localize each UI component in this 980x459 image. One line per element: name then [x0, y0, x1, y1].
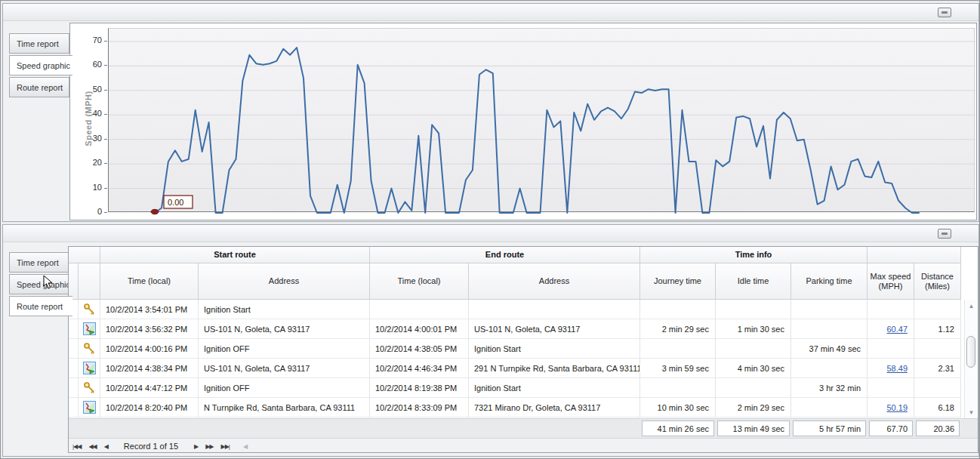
y-tick-label: 40: [79, 109, 102, 118]
first-record-button[interactable]: |◀◀: [69, 443, 85, 450]
tab-speed-graphic[interactable]: Speed graphic: [9, 55, 72, 75]
y-tick-mark: [104, 41, 107, 42]
max-speed-link[interactable]: 50.19: [886, 403, 908, 412]
report-tabs: Time report Speed graphic Route report: [9, 33, 74, 99]
next-page-button[interactable]: ▶▶: [202, 443, 217, 450]
table-cell-start-time: 10/2/2014 3:56:32 PM: [100, 319, 199, 339]
table-row[interactable]: 10/2/2014 3:56:32 PMUS-101 N, Goleta, CA…: [69, 319, 961, 339]
table-cell-parking-time: [791, 300, 868, 319]
y-tick-label: 60: [79, 60, 102, 69]
table-cell-journey-time: [640, 378, 716, 398]
y-tick-mark: [104, 139, 107, 140]
table-cell-journey-time: [640, 300, 716, 319]
column-group-header-empty[interactable]: [69, 247, 100, 263]
table-cell-max-speed: 60.47: [868, 319, 914, 339]
tab-speed-graphic[interactable]: Speed graphic: [9, 274, 69, 294]
row-indicator-cell: [69, 359, 79, 378]
table-cell-parking-time: [791, 319, 868, 339]
table-cell-end-time: 10/2/2014 8:19:38 PM: [370, 378, 469, 398]
table-cell-idle-time: [716, 378, 791, 398]
column-header-empty[interactable]: [79, 263, 100, 300]
route-map-icon: [83, 362, 96, 374]
y-tick-label: 10: [79, 183, 102, 192]
table-cell-start-address: US-101 N, Goleta, CA 93117: [199, 359, 370, 378]
route-report-grid: Start routeEnd routeTime info Time (loca…: [68, 246, 978, 453]
column-header[interactable]: Distance (Miles): [914, 263, 961, 300]
tab-time-report[interactable]: Time report: [9, 252, 69, 273]
table-cell-max-speed: 58.49: [868, 359, 914, 378]
table-cell-start-address: US-101 N, Goleta, CA 93117: [199, 319, 370, 339]
column-group-header[interactable]: End route: [370, 247, 640, 263]
chart-plot-area: 0.00: [108, 28, 975, 212]
column-header[interactable]: Time (local): [100, 263, 199, 300]
collapse-panel-button[interactable]: [938, 8, 951, 17]
next-record-button[interactable]: ▶: [190, 443, 202, 450]
scroll-up-icon[interactable]: ▲: [965, 300, 978, 312]
table-cell-parking-time: [791, 398, 868, 417]
table-cell-end-address: [469, 300, 640, 319]
record-count-label: Record 1 of 15: [124, 442, 178, 451]
collapse-panel-button[interactable]: [938, 229, 951, 239]
column-header[interactable]: Max speed (MPH): [868, 263, 914, 300]
route-map-icon: [83, 401, 96, 414]
table-cell-start-time: 10/2/2014 8:20:40 PM: [100, 398, 199, 417]
table-row[interactable]: 10/2/2014 3:54:01 PMIgnition Start: [69, 300, 961, 319]
row-indicator-cell: [69, 319, 79, 339]
table-cell-journey-time: 3 min 59 sec: [640, 359, 716, 378]
table-row[interactable]: 10/2/2014 4:00:16 PMIgnition OFF10/2/201…: [69, 339, 961, 359]
summary-row: 41 min 26 sec13 min 49 sec5 hr 57 min67.…: [69, 418, 978, 438]
tab-time-report[interactable]: Time report: [9, 33, 69, 54]
table-cell-max-speed: [868, 300, 914, 319]
column-group-header[interactable]: Time info: [640, 247, 868, 263]
table-cell-distance: [914, 378, 961, 398]
record-navigator: |◀◀◀◀◀Record 1 of 15▶▶▶▶▶|◀: [69, 438, 978, 453]
summary-parking-time: 5 hr 57 min: [793, 420, 866, 436]
svg-text:0.00: 0.00: [168, 198, 183, 207]
summary-max-speed: 67.70: [869, 420, 913, 436]
row-icon-cell: [79, 319, 100, 339]
table-cell-parking-time: 3 hr 32 min: [791, 378, 868, 398]
table-row[interactable]: 10/2/2014 8:20:40 PMN Turnpike Rd, Santa…: [69, 398, 961, 417]
panel-header: [3, 225, 978, 242]
y-tick-mark: [104, 65, 107, 66]
column-header[interactable]: Journey time: [640, 263, 716, 300]
last-record-button[interactable]: ▶▶|: [217, 443, 233, 450]
table-row[interactable]: 10/2/2014 4:38:34 PMUS-101 N, Goleta, CA…: [69, 359, 961, 378]
max-speed-link[interactable]: 58.49: [886, 364, 908, 373]
row-indicator-cell: [69, 398, 79, 417]
prev-page-button[interactable]: ◀◀: [85, 443, 100, 450]
panel-header: [3, 4, 978, 21]
y-tick-label: 0: [79, 207, 102, 216]
y-tick-label: 70: [79, 35, 102, 45]
column-header[interactable]: Parking time: [791, 263, 868, 300]
column-header[interactable]: Idle time: [716, 263, 791, 300]
table-cell-idle-time: 1 min 30 sec: [716, 319, 791, 339]
tab-route-report[interactable]: Route report: [9, 77, 69, 97]
column-header[interactable]: Address: [199, 263, 370, 300]
table-cell-max-speed: [868, 339, 914, 359]
y-tick-mark: [104, 212, 107, 213]
column-group-header-empty[interactable]: [868, 247, 961, 263]
hscroll-left-button[interactable]: ◀: [239, 443, 251, 450]
scrollbar-thumb[interactable]: [966, 336, 975, 368]
column-group-header[interactable]: Start route: [100, 247, 370, 263]
table-cell-journey-time: [640, 339, 716, 359]
table-cell-max-speed: [868, 378, 914, 398]
prev-record-button[interactable]: ◀: [100, 443, 112, 450]
row-icon-cell: [79, 398, 100, 417]
scroll-down-icon[interactable]: ▼: [965, 406, 978, 418]
y-tick-label: 20: [79, 158, 102, 167]
vertical-scrollbar[interactable]: ▲ ▼: [964, 300, 977, 418]
table-cell-idle-time: 2 min 29 sec: [716, 398, 791, 417]
table-cell-start-address: Ignition Start: [199, 300, 370, 319]
table-row[interactable]: 10/2/2014 4:47:12 PMIgnition OFF10/2/201…: [69, 378, 961, 398]
y-tick-label: 30: [79, 134, 102, 143]
column-header[interactable]: Time (local): [370, 263, 469, 300]
speed-chart-card: Speed (MPH) 010203040506070 0.00: [69, 23, 977, 220]
column-header-empty[interactable]: [69, 263, 79, 300]
column-header[interactable]: Address: [469, 263, 640, 300]
table-cell-parking-time: [791, 359, 868, 378]
tab-route-report[interactable]: Route report: [9, 296, 72, 316]
max-speed-link[interactable]: 60.47: [886, 325, 908, 334]
table-cell-journey-time: 10 min 30 sec: [640, 398, 716, 417]
